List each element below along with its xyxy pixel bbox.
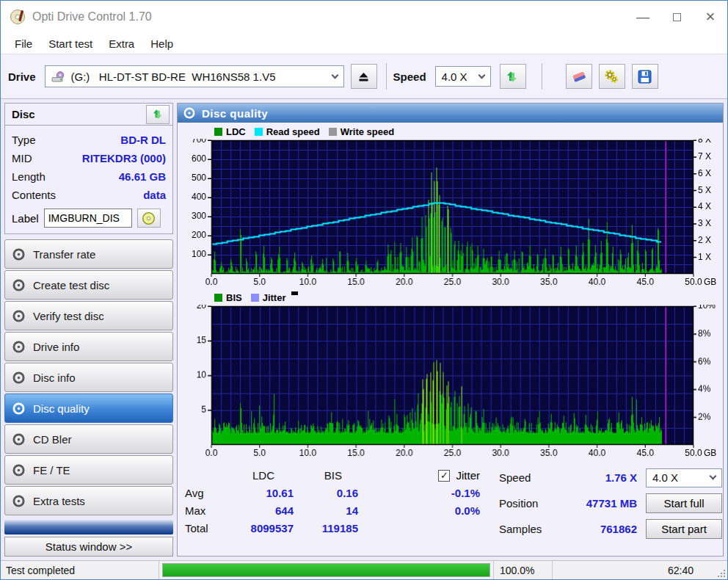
test-speed-select[interactable]: 4.0 X xyxy=(646,468,722,487)
total-ldc-value: 8099537 xyxy=(223,522,294,534)
panel-title: Disc quality xyxy=(202,107,268,120)
status-window-button[interactable]: Status window >> xyxy=(4,537,173,557)
menu-start-test[interactable]: Start test xyxy=(40,37,101,50)
minimize-button[interactable]: — xyxy=(626,1,660,33)
menu-file[interactable]: File xyxy=(7,37,40,50)
disc-icon xyxy=(12,433,25,446)
legend-extra-mark xyxy=(291,291,298,295)
sidebar-item-cd-bler[interactable]: CD Bler xyxy=(4,424,173,454)
toolbar-separator xyxy=(386,63,387,90)
sidebar-item-label: FE / TE xyxy=(33,464,70,476)
sidebar-item-label: CD Bler xyxy=(33,433,72,446)
progress-cell xyxy=(159,561,494,579)
bis-swatch xyxy=(214,294,222,302)
legend-label: Read speed xyxy=(266,126,320,137)
app-icon xyxy=(10,9,26,25)
legend-label: Jitter xyxy=(263,292,286,303)
speed-result-label: Speed xyxy=(499,471,552,484)
disc-mid-value: RITEKDR3 (000) xyxy=(82,152,166,164)
gears-icon xyxy=(604,70,619,84)
sidebar-item-label: Create test disc xyxy=(33,279,109,291)
disc-icon xyxy=(183,107,195,119)
statusbar: Test completed 100.0% 62:40 xyxy=(1,560,727,579)
decorative-gradient-strip xyxy=(4,520,173,534)
sidebar-item-label: Verify test disc xyxy=(33,310,104,322)
ldc-column-header: LDC xyxy=(223,469,294,482)
ldc-chart xyxy=(178,139,723,289)
save-button[interactable] xyxy=(632,64,658,89)
menu-help[interactable]: Help xyxy=(142,37,181,50)
samples-value: 761862 xyxy=(561,523,637,535)
disc-icon xyxy=(12,279,25,291)
sidebar-item-extra-tests[interactable]: Extra tests xyxy=(4,486,173,515)
sidebar-item-disc-quality[interactable]: Disc quality xyxy=(4,394,173,423)
disc-icon xyxy=(12,495,25,507)
max-bis-value: 14 xyxy=(294,504,358,517)
avg-ldc-value: 10.61 xyxy=(223,487,294,499)
drive-select[interactable]: (G:) HL-DT-ST BD-RE WH16NS58 1.V5 xyxy=(45,65,344,87)
total-bis-value: 119185 xyxy=(294,522,358,534)
start-full-button[interactable]: Start full xyxy=(646,493,722,513)
stat-row-label: Max xyxy=(185,504,223,517)
app-window: Opti Drive Control 1.70 — × File Start t… xyxy=(0,0,728,580)
window-title: Opti Drive Control 1.70 xyxy=(32,10,152,23)
progress-bar xyxy=(162,563,490,577)
disc-contents-value: data xyxy=(143,189,166,201)
progress-fill xyxy=(163,564,489,576)
settings-button[interactable] xyxy=(599,64,625,89)
disc-icon xyxy=(12,402,25,415)
disc-icon xyxy=(12,248,25,261)
sidebar-item-transfer-rate[interactable]: Transfer rate xyxy=(4,239,173,269)
sidebar-item-label: Disc quality xyxy=(33,402,90,415)
drive-label: Drive xyxy=(8,70,36,83)
menubar: File Start test Extra Help xyxy=(1,33,727,54)
test-speed-value: 4.0 X xyxy=(652,471,678,484)
disc-field-label: Contents xyxy=(12,189,56,201)
maximize-button[interactable] xyxy=(660,1,694,33)
legend-label: Write speed xyxy=(341,126,394,137)
ldc-swatch xyxy=(214,128,222,136)
disc-field-label: MID xyxy=(12,152,32,164)
disc-quality-panel: Disc quality LDC Read speed Write speed … xyxy=(177,103,724,557)
close-button[interactable]: × xyxy=(694,1,727,33)
sidebar-item-drive-info[interactable]: Drive info xyxy=(4,332,173,361)
jitter-checkbox[interactable]: ✓ xyxy=(438,470,450,482)
disc-icon xyxy=(12,464,25,476)
write-speed-swatch xyxy=(329,128,337,136)
disc-box-title: Disc xyxy=(12,108,35,120)
refresh-arrows-icon xyxy=(506,70,520,83)
avg-jitter-value: -0.1% xyxy=(392,487,480,499)
resize-grip[interactable] xyxy=(717,561,727,579)
disc-icon xyxy=(12,371,25,384)
read-speed-swatch xyxy=(255,128,263,136)
chart2-legend: BIS Jitter xyxy=(178,290,723,305)
menu-extra[interactable]: Extra xyxy=(101,37,142,50)
speed-result-value: 1.76 X xyxy=(561,471,637,484)
refresh-button[interactable] xyxy=(500,64,526,89)
speed-select[interactable]: 4.0 X xyxy=(435,66,491,87)
toolbar-separator xyxy=(542,63,542,90)
sidebar-item-verify-test-disc[interactable]: Verify test disc xyxy=(4,301,173,330)
disc-label-input[interactable] xyxy=(44,209,132,228)
disc-icon xyxy=(12,341,25,353)
sidebar-item-label: Extra tests xyxy=(33,495,85,507)
status-text: Test completed xyxy=(1,561,159,579)
sidebar: Disc TypeBD-R DL MIDRITEKDR3 (000) Lengt… xyxy=(4,103,173,557)
start-part-button[interactable]: Start part xyxy=(646,519,722,539)
sidebar-item-disc-info[interactable]: Disc info xyxy=(4,363,173,392)
eject-button[interactable] xyxy=(351,64,377,89)
elapsed-time: 62:40 xyxy=(553,561,717,579)
refresh-disc-button[interactable] xyxy=(146,105,170,124)
disc-label-button[interactable] xyxy=(137,209,161,228)
erase-disc-button[interactable] xyxy=(566,64,592,89)
sidebar-item-create-test-disc[interactable]: Create test disc xyxy=(4,270,173,300)
eject-icon xyxy=(357,70,370,82)
stat-row-label: Avg xyxy=(185,487,223,499)
position-label: Position xyxy=(499,497,552,510)
disc-icon xyxy=(142,211,156,225)
jitter-column-header: Jitter xyxy=(456,469,480,482)
chart1-legend: LDC Read speed Write speed xyxy=(178,124,723,139)
samples-label: Samples xyxy=(499,523,552,535)
sidebar-item-fe-te[interactable]: FE / TE xyxy=(4,455,173,485)
save-floppy-icon xyxy=(638,70,652,84)
